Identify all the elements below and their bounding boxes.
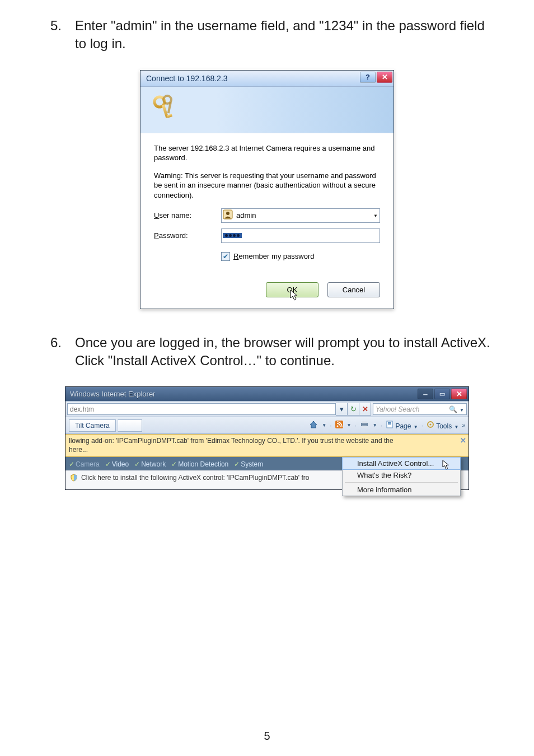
browser-tab[interactable]: Tilt Camera — [69, 419, 116, 432]
page-icon — [386, 422, 395, 430]
password-input[interactable] — [221, 228, 380, 243]
chevron-down-icon[interactable]: ▼ — [373, 213, 378, 218]
password-label: Password: — [154, 231, 221, 240]
password-value-masked — [223, 233, 242, 238]
address-dropdown-icon[interactable]: ▾ — [336, 403, 348, 416]
gear-icon — [427, 422, 436, 430]
svg-rect-10 — [362, 421, 367, 423]
step6-number: 6. — [39, 334, 62, 370]
feeds-icon[interactable] — [335, 421, 343, 430]
page-number: 5 — [0, 730, 534, 743]
activex-info-bar[interactable]: llowing add-on: 'IPCamPluginDMPT.cab' fr… — [65, 434, 469, 457]
username-value: admin — [236, 211, 256, 220]
svg-rect-15 — [388, 424, 391, 425]
address-bar[interactable]: dex.htm — [67, 403, 336, 415]
svg-point-6 — [226, 212, 229, 215]
username-input[interactable]: admin ▼ — [221, 208, 380, 223]
tab-video[interactable]: ✓Video — [105, 460, 129, 468]
username-label: User name: — [154, 211, 221, 220]
ok-button[interactable]: OK — [266, 282, 318, 297]
infobar-line2: here... — [69, 446, 458, 455]
infobar-context-menu: Install ActiveX Control... What's the Ri… — [342, 457, 461, 496]
keys-icon — [148, 93, 180, 126]
refresh-button[interactable]: ↻ — [348, 403, 359, 416]
shield-icon — [70, 474, 78, 482]
ie-window: Windows Internet Explorer – ▭ ✕ dex.htm … — [65, 386, 469, 490]
tab-camera[interactable]: ✓Camera — [69, 460, 100, 468]
search-input[interactable]: Yahoo! Search 🔍 ▼ — [373, 403, 467, 415]
maximize-button[interactable]: ▭ — [434, 389, 450, 399]
remember-label: Remember my password — [233, 252, 315, 260]
new-tab-button[interactable] — [118, 419, 142, 432]
search-icon[interactable]: 🔍 — [449, 405, 457, 413]
infobar-line1: llowing add-on: 'IPCamPluginDMPT.cab' fr… — [69, 437, 458, 446]
help-button[interactable]: ? — [360, 72, 376, 83]
page-menu[interactable]: Page ▼ — [386, 421, 418, 430]
toolbar-more[interactable]: » — [462, 422, 465, 428]
tab-network[interactable]: ✓Network — [134, 460, 166, 468]
tab-motion-detection[interactable]: ✓Motion Detection — [171, 460, 228, 468]
print-icon[interactable] — [360, 421, 369, 430]
stop-button[interactable]: ✕ — [359, 403, 371, 416]
tab-system[interactable]: ✓System — [234, 460, 263, 468]
cancel-button[interactable]: Cancel — [327, 282, 380, 297]
dialog-message-2: Warning: This server is requesting that … — [154, 171, 380, 200]
svg-point-8 — [336, 426, 338, 427]
svg-rect-11 — [362, 426, 367, 428]
menu-whats-the-risk[interactable]: What's the Risk? — [343, 469, 460, 481]
svg-rect-13 — [388, 422, 391, 423]
remember-checkbox[interactable]: ✔ — [221, 252, 230, 261]
search-placeholder: Yahoo! Search — [376, 405, 420, 413]
user-icon — [223, 209, 233, 221]
dialog-message-1: The server 192.168.2.3 at Internet Camer… — [154, 143, 380, 163]
menu-separator — [345, 482, 458, 483]
infobar-close-icon[interactable]: ✕ — [460, 436, 466, 446]
click-here-text: Click here to install the following Acti… — [81, 474, 309, 482]
cursor-icon — [290, 290, 299, 304]
menu-install-activex[interactable]: Install ActiveX Control... — [342, 457, 461, 470]
svg-rect-14 — [388, 423, 391, 424]
dialog-title: Connect to 192.168.2.3 — [146, 74, 228, 83]
step6-text: Once you are logged in, the browser will… — [75, 334, 495, 370]
home-icon[interactable] — [309, 420, 318, 431]
ie-close-button[interactable]: ✕ — [451, 389, 467, 399]
minimize-button[interactable]: – — [418, 389, 433, 399]
step5-number: 5. — [39, 17, 62, 53]
chevron-down-icon[interactable]: ▼ — [460, 408, 464, 413]
menu-more-information[interactable]: More information — [343, 484, 460, 496]
ie-title: Windows Internet Explorer — [70, 390, 155, 398]
credentials-dialog: Connect to 192.168.2.3 ? ✕ — [140, 70, 394, 309]
tools-menu[interactable]: Tools ▼ — [427, 421, 458, 430]
close-button[interactable]: ✕ — [377, 72, 392, 83]
step5-text: Enter "admin" in the username field, and… — [75, 17, 495, 53]
svg-point-17 — [429, 424, 431, 426]
